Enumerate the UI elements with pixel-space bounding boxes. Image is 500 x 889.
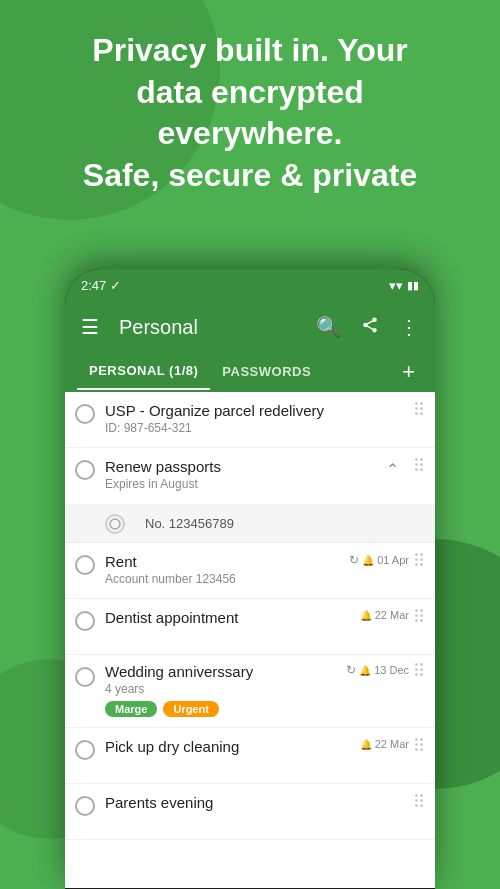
item-body: USP - Organize parcel redelivery ID: 987… [105, 402, 409, 435]
task-checkbox[interactable] [75, 460, 95, 480]
item-title: USP - Organize parcel redelivery [105, 402, 409, 419]
sub-list-item: No. 123456789 [65, 504, 435, 543]
drag-handle [409, 663, 423, 676]
bell-icon: 🔔 [360, 610, 372, 621]
expand-icon[interactable]: ⌃ [386, 460, 399, 479]
item-body: Rent Account number 123456 [105, 553, 343, 586]
header-line2: data encrypted [136, 74, 364, 110]
status-bar-left: 2:47 ✓ [81, 278, 121, 293]
header-line4: Safe, secure & private [83, 157, 417, 193]
drag-handle [409, 609, 423, 622]
status-bar: 2:47 ✓ ▾▾ ▮▮ [65, 269, 435, 301]
date-text: 22 Mar [375, 609, 409, 621]
list-item: Parents evening [65, 784, 435, 840]
repeat-icon: ↻ [346, 663, 356, 677]
bell-icon: 🔔 [360, 739, 372, 750]
item-right: 🔔 22 Mar [360, 609, 409, 621]
badge-marge: Marge [105, 701, 157, 717]
task-checkbox[interactable] [75, 740, 95, 760]
item-subtitle: 4 years [105, 682, 340, 696]
phone-frame: 2:47 ✓ ▾▾ ▮▮ ☰ Personal 🔍 ⋮ PERSONAL (1/… [65, 269, 435, 889]
drag-handle [409, 402, 423, 415]
item-right: ↻ 🔔 13 Dec [346, 663, 409, 677]
status-time: 2:47 [81, 278, 106, 293]
list-item: Pick up dry cleaning 🔔 22 Mar [65, 728, 435, 784]
list-item: Wedding anniverssary 4 years Marge Urgen… [65, 655, 435, 728]
item-date: ↻ 🔔 01 Apr [349, 553, 409, 567]
menu-icon[interactable]: ☰ [77, 311, 103, 343]
wifi-icon: ▾▾ [389, 278, 403, 293]
battery-icon: ▮▮ [407, 279, 419, 292]
drag-handle [409, 738, 423, 751]
item-title: Parents evening [105, 794, 409, 811]
date-text: 13 Dec [374, 664, 409, 676]
item-subtitle: ID: 987-654-321 [105, 421, 409, 435]
sub-task-checkbox[interactable] [105, 514, 125, 534]
list-item: Renew passports Expires in August ⌃ [65, 448, 435, 504]
item-right: 🔔 22 Mar [360, 738, 409, 750]
task-checkbox[interactable] [75, 667, 95, 687]
drag-handle [409, 553, 423, 566]
status-check: ✓ [110, 278, 121, 293]
item-title: Dentist appointment [105, 609, 354, 626]
item-title: Rent [105, 553, 343, 570]
header-line1: Privacy built in. Your [92, 32, 407, 68]
repeat-icon: ↻ [349, 553, 359, 567]
svg-point-0 [110, 519, 120, 529]
date-text: 01 Apr [377, 554, 409, 566]
sub-item-label: No. 123456789 [145, 516, 234, 531]
tabs-bar: PERSONAL (1/8) PASSWORDS + [65, 353, 435, 392]
item-title: Renew passports [105, 458, 409, 475]
item-body: Wedding anniverssary 4 years Marge Urgen… [105, 663, 340, 717]
item-subtitle: Expires in August [105, 477, 409, 491]
list-item: Dentist appointment 🔔 22 Mar [65, 599, 435, 655]
share-icon[interactable] [357, 312, 383, 343]
task-checkbox[interactable] [75, 796, 95, 816]
list-item: USP - Organize parcel redelivery ID: 987… [65, 392, 435, 448]
drag-handle [409, 794, 423, 807]
search-icon[interactable]: 🔍 [312, 311, 345, 343]
item-badges: Marge Urgent [105, 701, 340, 717]
more-icon[interactable]: ⋮ [395, 311, 423, 343]
app-toolbar: ☰ Personal 🔍 ⋮ [65, 301, 435, 353]
item-date: 🔔 22 Mar [360, 738, 409, 750]
add-tab-button[interactable]: + [394, 355, 423, 389]
badge-urgent: Urgent [163, 701, 218, 717]
item-title: Wedding anniverssary [105, 663, 340, 680]
task-checkbox[interactable] [75, 611, 95, 631]
item-body: Pick up dry cleaning [105, 738, 354, 755]
promo-header: Privacy built in. Your data encrypted ev… [0, 20, 500, 206]
item-body: Renew passports Expires in August [105, 458, 409, 491]
list-item: Rent Account number 123456 ↻ 🔔 01 Apr [65, 543, 435, 599]
tab-passwords[interactable]: PASSWORDS [210, 354, 323, 389]
item-right: ↻ 🔔 01 Apr [349, 553, 409, 567]
tab-personal[interactable]: PERSONAL (1/8) [77, 353, 210, 390]
task-checkbox[interactable] [75, 555, 95, 575]
item-title: Pick up dry cleaning [105, 738, 354, 755]
item-date: 🔔 22 Mar [360, 609, 409, 621]
bell-icon: 🔔 [359, 665, 371, 676]
drag-handle [409, 458, 423, 471]
item-body: Dentist appointment [105, 609, 354, 626]
toolbar-title: Personal [119, 316, 300, 339]
date-text: 22 Mar [375, 738, 409, 750]
header-line3: everywhere. [157, 115, 342, 151]
item-date: ↻ 🔔 13 Dec [346, 663, 409, 677]
task-list: USP - Organize parcel redelivery ID: 987… [65, 392, 435, 888]
bell-icon: 🔔 [362, 555, 374, 566]
item-subtitle: Account number 123456 [105, 572, 343, 586]
item-body: Parents evening [105, 794, 409, 811]
task-checkbox[interactable] [75, 404, 95, 424]
status-bar-right: ▾▾ ▮▮ [389, 278, 419, 293]
